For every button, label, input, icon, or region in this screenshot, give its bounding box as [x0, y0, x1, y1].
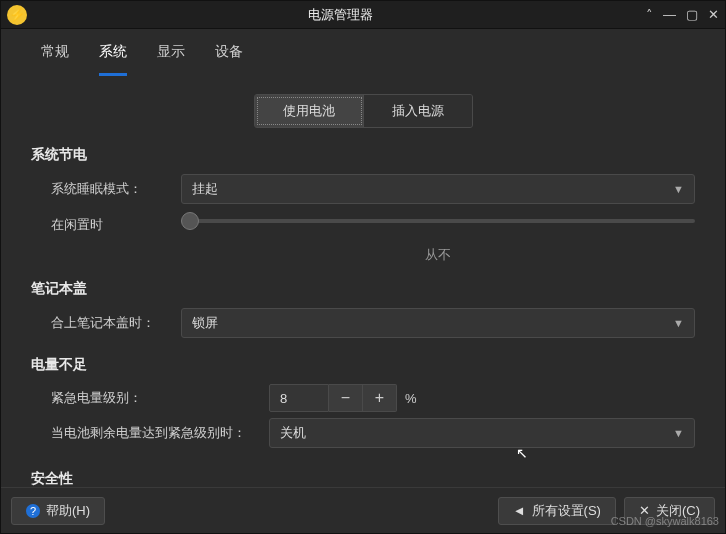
row-critical-action: 当电池剩余电量达到紧急级别时： 关机 ▼ — [31, 418, 695, 448]
toggle-plugged-in[interactable]: 插入电源 — [364, 95, 472, 127]
chevron-down-icon: ▼ — [673, 183, 684, 195]
section-lid-heading: 笔记本盖 — [31, 280, 695, 298]
help-button[interactable]: ? 帮助(H) — [11, 497, 105, 525]
all-settings-label: 所有设置(S) — [532, 502, 601, 520]
maximize-button[interactable]: ▢ — [686, 7, 698, 22]
sleep-mode-value: 挂起 — [192, 180, 218, 198]
back-arrow-icon: ◄ — [513, 503, 526, 518]
idle-slider[interactable] — [181, 210, 695, 240]
app-icon: ⚡ — [7, 5, 27, 25]
row-idle: 在闲置时 — [31, 210, 695, 240]
critical-action-value: 关机 — [280, 424, 306, 442]
row-close-lid: 合上笔记本盖时： 锁屏 ▼ — [31, 308, 695, 338]
tab-display[interactable]: 显示 — [157, 43, 185, 76]
watermark-text: CSDN @skywalk8163 — [611, 515, 719, 527]
tab-devices[interactable]: 设备 — [215, 43, 243, 76]
tab-general[interactable]: 常规 — [41, 43, 69, 76]
close-lid-label: 合上笔记本盖时： — [51, 314, 181, 332]
help-button-label: 帮助(H) — [46, 502, 90, 520]
critical-level-label: 紧急电量级别： — [51, 389, 269, 407]
section-low-power-heading: 电量不足 — [31, 356, 695, 374]
chevron-down-icon: ▼ — [673, 427, 684, 439]
sleep-mode-label: 系统睡眠模式： — [51, 180, 181, 198]
critical-action-dropdown[interactable]: 关机 ▼ — [269, 418, 695, 448]
row-critical-level: 紧急电量级别： 8 − + % — [31, 384, 695, 412]
sleep-mode-dropdown[interactable]: 挂起 ▼ — [181, 174, 695, 204]
window-controls: ˄ — ▢ ✕ — [646, 7, 719, 22]
close-lid-dropdown[interactable]: 锁屏 ▼ — [181, 308, 695, 338]
power-source-toggle: 使用电池 插入电源 — [31, 94, 695, 128]
spinner-increment-button[interactable]: + — [363, 384, 397, 412]
section-power-saving-heading: 系统节电 — [31, 146, 695, 164]
content-area: 使用电池 插入电源 系统节电 系统睡眠模式： 挂起 ▼ 在闲置时 从不 笔记本盖… — [1, 76, 725, 506]
all-settings-button[interactable]: ◄ 所有设置(S) — [498, 497, 616, 525]
tab-system[interactable]: 系统 — [99, 43, 127, 76]
chevron-down-icon: ▼ — [673, 317, 684, 329]
critical-action-label: 当电池剩余电量达到紧急级别时： — [51, 424, 269, 442]
tab-bar: 常规 系统 显示 设备 — [1, 29, 725, 76]
title-bar: ⚡ 电源管理器 ˄ — ▢ ✕ — [1, 1, 725, 29]
critical-level-spinner: 8 − + % — [269, 384, 417, 412]
roll-up-button[interactable]: ˄ — [646, 7, 653, 22]
critical-level-unit: % — [405, 391, 417, 406]
toggle-on-battery[interactable]: 使用电池 — [255, 95, 364, 127]
close-lid-value: 锁屏 — [192, 314, 218, 332]
window-title: 电源管理器 — [35, 6, 646, 24]
section-security-heading: 安全性 — [31, 470, 695, 488]
close-window-button[interactable]: ✕ — [708, 7, 719, 22]
critical-level-value[interactable]: 8 — [269, 384, 329, 412]
spinner-decrement-button[interactable]: − — [329, 384, 363, 412]
help-icon: ? — [26, 504, 40, 518]
idle-label: 在闲置时 — [51, 216, 181, 234]
idle-slider-text: 从不 — [31, 246, 695, 264]
slider-thumb[interactable] — [181, 212, 199, 230]
minimize-button[interactable]: — — [663, 7, 676, 22]
slider-track — [181, 219, 695, 223]
row-sleep-mode: 系统睡眠模式： 挂起 ▼ — [31, 174, 695, 204]
